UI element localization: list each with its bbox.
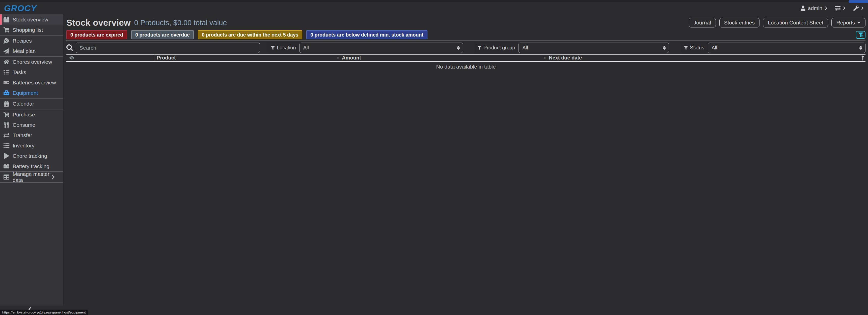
cart-plus-icon: [3, 112, 9, 117]
sidebar-item-label: Stock overview: [12, 16, 48, 23]
wrench-icon: [854, 5, 859, 11]
product-group-filter-label: Product group: [475, 43, 518, 53]
sidebar-item-label: Purchase: [12, 112, 35, 118]
filter-icon: [684, 46, 688, 50]
diamond-icon: [543, 55, 547, 61]
status-button-0-products-are-below-defined-min-stock-amount[interactable]: 0 products are below defined min. stock …: [306, 30, 428, 39]
location-filter-group: LocationAll: [268, 43, 463, 53]
column-header-next-due-date[interactable]: Next due date: [541, 55, 855, 61]
location-filter-label: Location: [268, 43, 299, 53]
status-buttons: 0 products are expired0 products are ove…: [66, 30, 866, 40]
sidebar-item-equipment[interactable]: Equipment: [0, 88, 63, 98]
sidebar-item-shopping-list[interactable]: Shopping list: [0, 25, 63, 35]
button-label: Stock entries: [724, 20, 755, 26]
utensils-icon: [3, 122, 9, 128]
filter-label-text: Location: [277, 45, 296, 51]
sidebar-item-inventory[interactable]: Inventory: [0, 140, 63, 151]
sidebar-item-battery-tracking[interactable]: Battery tracking: [0, 161, 63, 171]
admin-tools-menu[interactable]: [854, 5, 864, 11]
sidebar-item-tasks[interactable]: Tasks: [0, 67, 63, 77]
page-header: Stock overview 0 Products, $0.00 total v…: [66, 17, 866, 29]
navbar-right: admin: [800, 5, 864, 11]
column-label: Next due date: [549, 55, 582, 61]
sort-up-icon: [861, 55, 865, 61]
box-icon: [3, 16, 9, 23]
toolbox-icon: [3, 90, 9, 96]
filter-icon: [478, 46, 482, 50]
column-label: Amount: [342, 55, 361, 61]
chevron-right-icon: [861, 6, 864, 10]
caret-down-icon: [857, 22, 861, 24]
sidebar-item-label: Tasks: [12, 69, 26, 75]
updown-icon: [457, 45, 460, 50]
status-select[interactable]: All: [708, 43, 866, 53]
stock-entries-button[interactable]: Stock entries: [719, 18, 760, 28]
sidebar-item-meal-plan[interactable]: Meal plan: [0, 46, 63, 56]
column-header-visibility: [66, 55, 154, 61]
product-group-select[interactable]: All: [519, 43, 669, 53]
sidebar-item-recipes[interactable]: Recipes: [0, 36, 63, 46]
browser-top-strip: [0, 0, 868, 2]
sidebar-item-label: Equipment: [12, 90, 38, 96]
sidebar-item-label: Battery tracking: [12, 163, 50, 169]
sidebar-item-manage-master-data[interactable]: Manage master data: [0, 172, 63, 182]
sidebar-item-label: Batteries overview: [12, 80, 56, 86]
product-group-filter-group: Product groupAll: [475, 43, 669, 53]
page-subtitle: 0 Products, $0.00 total value: [134, 19, 227, 27]
toolbar-buttons: JournalStock entriesLocation Content She…: [689, 18, 866, 28]
table-empty-message: No data available in table: [66, 62, 866, 72]
home-icon: [3, 59, 9, 65]
sidebar-menu: Stock overviewShopping listRecipesMeal p…: [0, 14, 63, 306]
sidebar-item-stock-overview[interactable]: Stock overview: [0, 14, 63, 25]
sidebar-item-purchase[interactable]: Purchase: [0, 109, 63, 120]
button-label: Reports: [836, 20, 855, 26]
status-button-0-products-are-expired[interactable]: 0 products are expired: [66, 30, 127, 39]
status-filter-group: StatusAll: [681, 43, 866, 53]
button-label: Journal: [694, 20, 711, 26]
column-header-sort[interactable]: [855, 55, 866, 61]
list-icon: [3, 143, 9, 148]
search-icon: [66, 44, 73, 51]
sidebar-item-chores-overview[interactable]: Chores overview: [0, 57, 63, 67]
sidebar-item-chore-tracking[interactable]: Chore tracking: [0, 151, 63, 161]
user-menu[interactable]: admin: [800, 5, 828, 11]
updown-icon: [662, 45, 666, 50]
shopping-cart-icon: [3, 27, 9, 33]
sliders-icon: [835, 5, 840, 11]
sidebar-item-label: Recipes: [12, 38, 32, 44]
column-header-product[interactable]: Product: [154, 55, 334, 61]
status-button-0-products-are-overdue[interactable]: 0 products are overdue: [131, 30, 194, 39]
status-button-label: 0 products are expired: [70, 32, 123, 38]
chevron-right-icon: [825, 6, 828, 10]
user-icon: [800, 5, 806, 11]
table-header: ProductAmountNext due date: [66, 55, 866, 62]
reports-button[interactable]: Reports: [831, 18, 866, 28]
sidebar-item-label: Transfer: [12, 132, 32, 138]
sidebar-item-label: Inventory: [12, 143, 34, 149]
sidebar-item-consume[interactable]: Consume: [0, 120, 63, 130]
top-navbar: GROCY admin: [0, 2, 868, 14]
filter-row: LocationAllProduct groupAllStatusAll: [66, 43, 866, 53]
status-button-0-products-are-due-within-the-next-5-days[interactable]: 0 products are due within the next 5 day…: [198, 30, 303, 39]
scrollbar-thumb[interactable]: [848, 0, 868, 3]
search-input[interactable]: [76, 43, 260, 53]
clear-filters-button[interactable]: [856, 31, 866, 39]
sidebar-item-batteries-overview[interactable]: Batteries overview: [0, 77, 63, 88]
main-content: Stock overview 0 Products, $0.00 total v…: [63, 14, 868, 315]
column-header-amount[interactable]: Amount: [334, 55, 541, 61]
location-select[interactable]: All: [300, 43, 463, 53]
grocy-logo[interactable]: GROCY: [4, 3, 37, 13]
sidebar-item-transfer[interactable]: Transfer: [0, 130, 63, 140]
pizza-icon: [3, 38, 9, 44]
filter-label-text: Status: [690, 45, 704, 51]
battery-icon: [3, 80, 9, 85]
page-title: Stock overview: [66, 18, 131, 28]
select-value: All: [522, 45, 528, 51]
settings-menu[interactable]: [835, 5, 846, 11]
browser-status-url: https://embystat-grocy.yo1ijy.easypanel.…: [0, 310, 88, 315]
sidebar-item-calendar[interactable]: Calendar: [0, 99, 63, 109]
updown-icon: [859, 45, 863, 50]
journal-button[interactable]: Journal: [689, 18, 716, 28]
sidebar-item-label: Chores overview: [12, 59, 52, 65]
location-content-sheet-button[interactable]: Location Content Sheet: [763, 18, 828, 28]
